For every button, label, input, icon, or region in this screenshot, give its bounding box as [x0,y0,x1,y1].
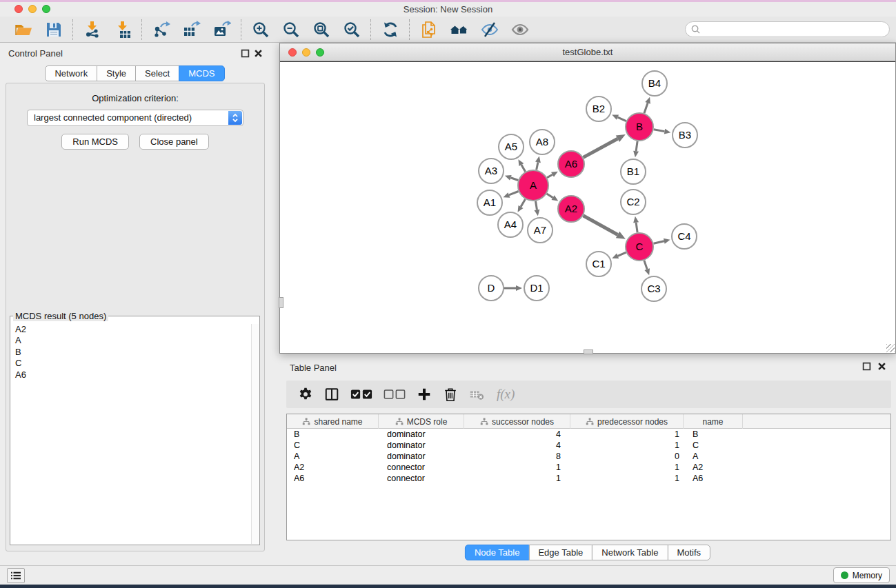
cell-name[interactable]: C [684,440,743,451]
result-scrollbar[interactable] [251,324,259,544]
close-table-panel-icon[interactable] [877,362,886,371]
tab-network-table[interactable]: Network Table [592,545,668,560]
mcds-result-item[interactable]: B [11,347,250,358]
network-minimize-button[interactable] [302,48,310,57]
mcds-result-list[interactable]: A2ABCA6 [11,324,250,544]
table-row[interactable]: A6connector11A6 [287,473,890,484]
cell-mcds-role[interactable]: dominator [379,429,464,440]
close-window-button[interactable] [14,5,23,13]
table-row[interactable]: Cdominator41C [287,440,890,451]
import-network-icon[interactable] [83,20,101,39]
tab-style[interactable]: Style [97,65,136,81]
refresh-icon[interactable] [381,20,399,39]
cell-shared-name[interactable]: A [287,451,379,462]
bottom-split-handle[interactable] [584,349,593,354]
cell-predecessor-nodes[interactable]: 1 [570,440,684,451]
float-panel-icon[interactable] [241,49,250,58]
edge-A2-C[interactable] [583,216,617,235]
resize-grip[interactable] [886,344,895,352]
clone-network-icon[interactable] [419,20,438,39]
table-row[interactable]: A2connector11A2 [287,462,890,473]
first-neighbors-icon[interactable] [450,20,468,39]
edge-B-B3[interactable] [654,130,665,132]
cell-successor-nodes[interactable]: 4 [464,429,570,440]
mcds-result-item[interactable]: A6 [11,369,250,381]
column-header-name[interactable]: name [684,414,743,429]
edge-A-A8[interactable] [537,162,538,170]
left-split-handle[interactable] [279,297,283,308]
settings-gear-icon[interactable] [298,386,313,403]
edge-A-A6[interactable] [547,174,552,177]
cell-successor-nodes[interactable]: 1 [464,462,570,473]
column-header-successor-nodes[interactable]: successor nodes [464,414,570,429]
add-row-icon[interactable] [417,386,432,403]
network-canvas[interactable]: AA6A2BCA1A3A4A5A7A8B1B2B3B4C1C2C3C4DD1 [280,61,895,353]
select-all-icon[interactable] [350,386,372,403]
deselect-all-icon[interactable] [384,386,406,403]
edge-A-A1[interactable] [509,191,519,194]
save-session-icon[interactable] [44,20,63,39]
edge-A-A3[interactable] [510,178,518,181]
export-network-icon[interactable] [152,20,170,39]
close-panel-button[interactable]: Close panel [139,134,209,150]
mcds-result-item[interactable]: A [11,335,250,346]
show-all-icon[interactable] [510,20,529,39]
edge-A-A7[interactable] [535,201,537,210]
cell-mcds-role[interactable]: connector [379,473,464,484]
tab-edge-table[interactable]: Edge Table [528,545,593,560]
mcds-result-item[interactable]: C [11,358,250,369]
zoom-selected-icon[interactable] [342,20,361,39]
zoom-fit-icon[interactable] [312,20,330,39]
memory-button[interactable]: Memory [833,567,890,583]
import-table-icon[interactable] [113,20,132,39]
edge-B-B2[interactable] [617,117,626,121]
edge-C-C4[interactable] [653,241,664,244]
edge-B-B1[interactable] [636,141,637,151]
tab-node-table[interactable]: Node Table [465,545,530,560]
edge-C-C2[interactable] [636,223,637,232]
mcds-result-item[interactable]: A2 [11,324,250,335]
open-session-icon[interactable] [14,20,32,39]
cell-name[interactable]: A [684,451,743,462]
cell-mcds-role[interactable]: dominator [379,451,464,462]
edge-C-C1[interactable] [618,252,626,256]
cell-name[interactable]: A2 [684,462,743,473]
search-input[interactable] [701,25,889,34]
cell-name[interactable]: A6 [684,473,743,484]
cell-name[interactable]: B [684,429,743,440]
edge-A-A5[interactable] [521,165,526,172]
cell-shared-name[interactable]: B [287,429,379,440]
cell-mcds-role[interactable]: connector [379,462,464,473]
edge-A-A2[interactable] [547,194,553,198]
cell-predecessor-nodes[interactable]: 1 [570,429,684,440]
export-image-icon[interactable] [212,20,231,39]
edge-B-B4[interactable] [644,103,648,113]
edge-A-A4[interactable] [521,199,525,207]
table-row[interactable]: Bdominator41B [287,429,890,440]
search-box[interactable] [685,21,890,37]
cell-successor-nodes[interactable]: 4 [464,440,570,451]
tab-network[interactable]: Network [45,65,97,81]
export-table-icon[interactable] [182,20,201,39]
task-history-button[interactable] [7,568,25,583]
table-row[interactable]: Adominator80A [287,451,890,462]
run-mcds-button[interactable]: Run MCDS [61,134,129,150]
network-window-titlebar[interactable]: testGlobe.txt [280,43,895,61]
cell-successor-nodes[interactable]: 8 [464,451,570,462]
column-header-mcds-role[interactable]: MCDS role [379,414,464,429]
cell-mcds-role[interactable]: dominator [379,440,464,451]
cell-successor-nodes[interactable]: 1 [464,473,570,484]
edge-C-C3[interactable] [644,261,647,270]
tab-mcds[interactable]: MCDS [179,65,224,81]
cell-shared-name[interactable]: A2 [287,462,379,473]
close-panel-icon[interactable] [254,49,263,58]
delete-row-icon[interactable] [443,386,458,403]
hide-selected-icon[interactable] [480,20,499,39]
zoom-window-button[interactable] [42,5,50,13]
cell-predecessor-nodes[interactable]: 1 [570,462,684,473]
network-zoom-button[interactable] [316,48,324,57]
network-close-button[interactable] [288,48,297,57]
tab-select[interactable]: Select [135,65,179,81]
minimize-window-button[interactable] [28,5,37,13]
float-table-panel-icon[interactable] [862,362,871,371]
